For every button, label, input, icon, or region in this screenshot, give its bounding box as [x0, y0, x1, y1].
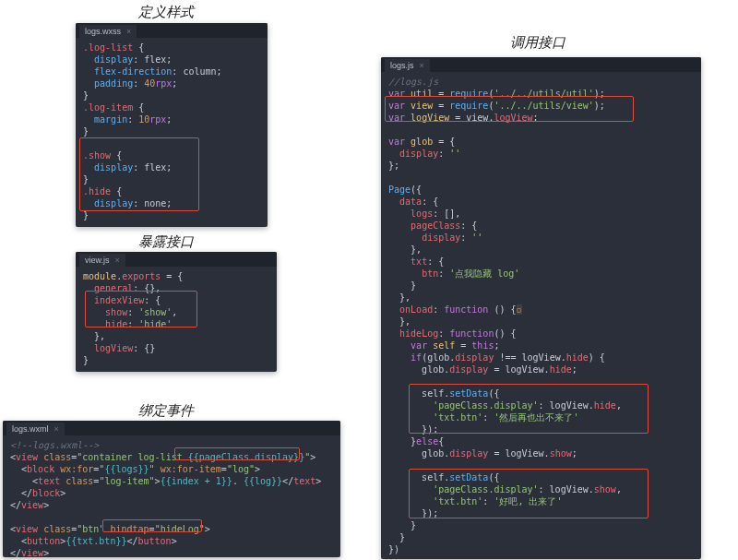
- code-area: module.exports = { general: {}, indexVie…: [76, 267, 277, 372]
- label-define-style: 定义样式: [138, 4, 194, 21]
- tab-label: logs.js: [390, 61, 414, 70]
- close-icon[interactable]: ×: [420, 61, 424, 70]
- code-area: //logs.js var util = require('../../util…: [381, 72, 701, 559]
- label-bind-event: 绑定事件: [138, 402, 194, 420]
- tab-logs-js[interactable]: logs.js ×: [385, 59, 430, 72]
- editor-logs-js: logs.js × //logs.js var util = require('…: [381, 57, 701, 559]
- close-icon[interactable]: ×: [115, 256, 120, 265]
- editor-logs-wxss: logs.wxss × .log-list { display: flex; f…: [76, 23, 268, 227]
- tab-label: logs.wxml: [12, 424, 49, 434]
- close-icon[interactable]: ×: [54, 424, 59, 434]
- tab-label: view.js: [85, 256, 110, 265]
- code-area: <!--logs.wxml--> <view class="container …: [3, 435, 340, 557]
- tabbar: logs.wxss ×: [76, 23, 268, 38]
- tab-label: logs.wxss: [85, 27, 121, 36]
- label-expose-interface: 暴露接口: [138, 233, 194, 251]
- close-icon[interactable]: ×: [126, 27, 131, 36]
- tab-logs-wxml[interactable]: logs.wxml ×: [6, 423, 65, 435]
- label-call-interface: 调用接口: [510, 34, 565, 52]
- tab-view-js[interactable]: view.js ×: [79, 254, 125, 267]
- tabbar: logs.wxml ×: [3, 421, 340, 435]
- tabbar: view.js ×: [76, 252, 277, 267]
- code-area: .log-list { display: flex; flex-directio…: [76, 38, 268, 227]
- editor-logs-wxml: logs.wxml × <!--logs.wxml--> <view class…: [3, 421, 340, 557]
- tabbar: logs.js ×: [381, 57, 701, 72]
- editor-view-js: view.js × module.exports = { general: {}…: [76, 252, 277, 372]
- tab-logs-wxss[interactable]: logs.wxss ×: [79, 25, 137, 38]
